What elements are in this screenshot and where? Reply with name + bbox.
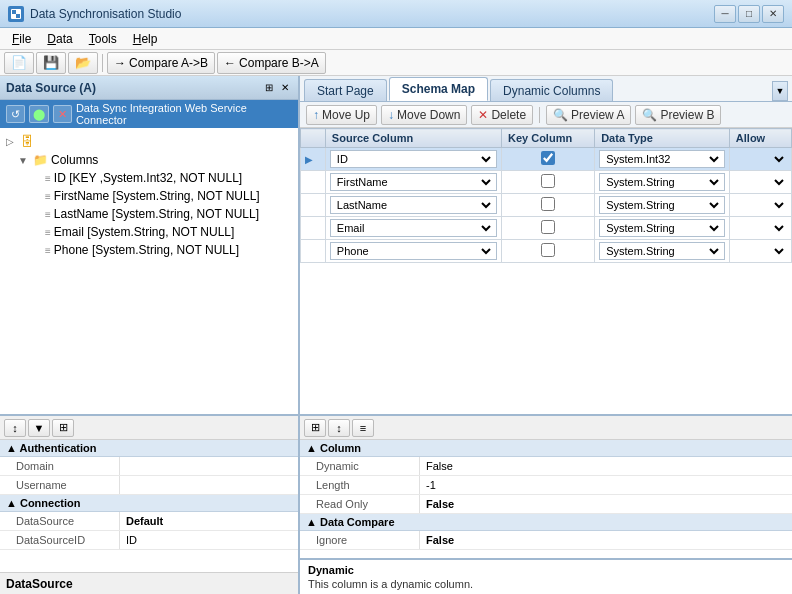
key-checkbox[interactable] [541,151,555,165]
allow-select[interactable] [734,152,787,166]
preview-b-label: Preview B [660,108,714,122]
allow-cell [729,148,791,171]
ignore-key: Ignore [300,531,420,549]
allow-select[interactable] [734,244,787,258]
table-row[interactable]: Email System.String [301,217,792,240]
source-col-select[interactable]: LastName [333,198,494,212]
datatype-cell[interactable]: System.String [595,171,730,194]
sort-button[interactable]: ↕ [4,419,26,437]
source-col-select[interactable]: Phone [333,244,494,258]
disconnect-button[interactable]: ✕ [53,105,72,123]
delete-button[interactable]: ✕ Delete [471,105,533,125]
row-indicator [301,240,326,263]
datatype-select[interactable]: System.Int32 [602,152,722,166]
source-col-select[interactable]: Email [333,221,494,235]
source-col-cell[interactable]: Phone [325,240,501,263]
datatype-select[interactable]: System.String [602,221,722,235]
source-col-cell[interactable]: Email [325,217,501,240]
br-grid-button[interactable]: ≡ [352,419,374,437]
datatype-cell[interactable]: System.String [595,240,730,263]
expand-icon: ▷ [6,136,18,147]
key-col-cell[interactable] [501,217,594,240]
menubar: File Data Tools Help [0,28,792,50]
source-col-select[interactable]: FirstName [333,175,494,189]
tree-field-email[interactable]: ≡ Email [System.String, NOT NULL] [4,223,294,241]
datatype-cell[interactable]: System.Int32 [595,148,730,171]
source-col-cell[interactable]: ID [325,148,501,171]
new-button[interactable]: 📄 [4,52,34,74]
connect-button[interactable]: ⬤ [29,105,48,123]
datasourceid-key: DataSourceID [0,531,120,549]
compare-ab-button[interactable]: → Compare A->B [107,52,215,74]
length-row: Length -1 [300,476,792,495]
connection-bar: ↺ ⬤ ✕ Data Sync Integration Web Service … [0,100,298,128]
datatype-cell[interactable]: System.String [595,194,730,217]
tab-schema-map[interactable]: Schema Map [389,77,488,101]
key-checkbox[interactable] [541,197,555,211]
tab-dropdown-button[interactable]: ▼ [772,81,788,101]
refresh-button[interactable]: ↺ [6,105,25,123]
menu-data[interactable]: Data [39,30,80,48]
menu-file[interactable]: File [4,30,39,48]
tree-columns-folder[interactable]: ▼ 📁 Columns [4,151,294,169]
table-row[interactable]: Phone System.String [301,240,792,263]
allow-select[interactable] [734,175,787,189]
allow-select[interactable] [734,198,787,212]
key-checkbox[interactable] [541,174,555,188]
tab-start-page[interactable]: Start Page [304,79,387,101]
bottom-right-panel: ⊞ ↕ ≡ ▲ Column Dynamic False Length -1 R… [300,414,792,594]
source-col-cell[interactable]: FirstName [325,171,501,194]
length-key: Length [300,476,420,494]
key-col-cell[interactable] [501,171,594,194]
maximize-button[interactable]: □ [738,5,760,23]
source-col-select[interactable]: ID [333,152,494,166]
tree-field-firstname[interactable]: ≡ FirstName [System.String, NOT NULL] [4,187,294,205]
filter-button[interactable]: ▼ [28,419,50,437]
unpin-button[interactable]: ✕ [278,81,292,94]
folder-icon: 📁 [33,153,48,167]
table-row[interactable]: ▶ ID [301,148,792,171]
source-col-wrapper: LastName [330,196,497,214]
key-col-cell[interactable] [501,194,594,217]
key-checkbox[interactable] [541,243,555,257]
preview-b-button[interactable]: 🔍 Preview B [635,105,721,125]
key-checkbox[interactable] [541,220,555,234]
tree-root[interactable]: ▷ 🗄 [4,132,294,151]
compare-ba-button[interactable]: ← Compare B->A [217,52,326,74]
save-button[interactable]: 💾 [36,52,66,74]
pin-button[interactable]: ⊞ [262,81,276,94]
key-col-cell[interactable] [501,148,594,171]
menu-tools[interactable]: Tools [81,30,125,48]
table-row[interactable]: FirstName System.String [301,171,792,194]
key-col-cell[interactable] [501,240,594,263]
menu-help[interactable]: Help [125,30,166,48]
close-button[interactable]: ✕ [762,5,784,23]
datatype-select[interactable]: System.String [602,175,722,189]
field-label: Phone [System.String, NOT NULL] [54,243,239,257]
datatype-select[interactable]: System.String [602,198,722,212]
move-up-button[interactable]: ↑ Move Up [306,105,377,125]
source-col-cell[interactable]: LastName [325,194,501,217]
grid-button[interactable]: ⊞ [52,419,74,437]
br-filter-button[interactable]: ↕ [328,419,350,437]
svg-rect-1 [12,10,16,14]
br-sort-button[interactable]: ⊞ [304,419,326,437]
datatype-cell[interactable]: System.String [595,217,730,240]
preview-a-icon: 🔍 [553,108,568,122]
datatype-select[interactable]: System.String [602,244,722,258]
tree-field-id[interactable]: ≡ ID [KEY ,System.Int32, NOT NULL] [4,169,294,187]
open-button[interactable]: 📂 [68,52,98,74]
field-icon: ≡ [45,227,51,238]
allow-select[interactable] [734,221,787,235]
preview-a-label: Preview A [571,108,624,122]
minimize-button[interactable]: ─ [714,5,736,23]
connection-name: Data Sync Integration Web Service Connec… [76,102,292,126]
preview-a-button[interactable]: 🔍 Preview A [546,105,631,125]
table-row[interactable]: LastName System.String [301,194,792,217]
datasource-header: Data Source (A) ⊞ ✕ [0,76,298,100]
tree-field-lastname[interactable]: ≡ LastName [System.String, NOT NULL] [4,205,294,223]
tab-dynamic-columns[interactable]: Dynamic Columns [490,79,613,101]
tree-field-phone[interactable]: ≡ Phone [System.String, NOT NULL] [4,241,294,259]
col-key: Key Column [501,129,594,148]
move-down-button[interactable]: ↓ Move Down [381,105,467,125]
